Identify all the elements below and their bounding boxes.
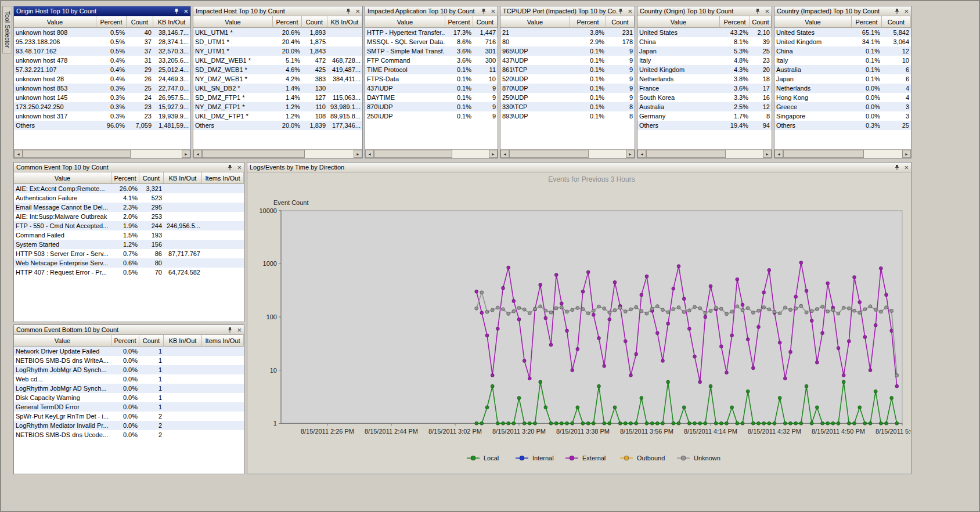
table-row[interactable]: Netherlands0.0%4: [774, 84, 911, 93]
table-row[interactable]: NY_UTM1 *20.0%1,843: [193, 46, 362, 56]
table-row[interactable]: Netherlands3.8%18: [637, 74, 772, 84]
table-row[interactable]: FTPS-Data0.1%10: [365, 74, 498, 84]
table-row[interactable]: China8.1%39: [637, 37, 772, 46]
pin-icon[interactable]: [894, 164, 900, 171]
table-row[interactable]: Others19.4%94: [637, 121, 772, 130]
table-row[interactable]: DAYTIME0.1%9: [365, 93, 498, 102]
column-header[interactable]: Count: [127, 16, 153, 28]
table-row[interactable]: Command Failed1.5%193: [14, 230, 244, 240]
scroll-thumb[interactable]: [374, 150, 452, 158]
column-header[interactable]: Value: [193, 16, 273, 28]
scroll-track[interactable]: [23, 150, 182, 158]
table-row[interactable]: SD_DMZ_FTP1 *1.4%127115,063...: [193, 93, 362, 102]
scroll-thumb[interactable]: [509, 150, 589, 158]
close-icon[interactable]: ×: [904, 8, 909, 15]
legend-item-internal[interactable]: Internal: [516, 455, 554, 461]
table-row[interactable]: HTTP 503 : Server Error - Serv...0.7%868…: [14, 249, 244, 258]
table-row[interactable]: United States65.1%5,842: [774, 28, 911, 37]
table-row[interactable]: FTP - 550 - Cmd Not Accepted...1.9%24424…: [14, 221, 244, 230]
table-row[interactable]: System Started1.2%156: [14, 240, 244, 249]
column-header[interactable]: Percent: [111, 172, 139, 184]
tool-selector-tab[interactable]: Tool Selector: [2, 6, 12, 53]
table-row[interactable]: United States43.2%2,10: [637, 28, 772, 37]
table-row[interactable]: 173.250.242.2500.3%2315,927.9...: [14, 102, 190, 111]
table-row[interactable]: NETBIOS SMB-DS dns WriteA...0.0%1: [14, 356, 244, 365]
table-row[interactable]: 861\TCP0.1%9: [500, 65, 635, 74]
table-row[interactable]: unknown host 280.4%2624,469.3...: [14, 74, 190, 84]
scroll-right-button[interactable]: ►: [626, 150, 635, 158]
table-row[interactable]: FTP Command3.6%300: [365, 56, 498, 65]
pin-icon[interactable]: [481, 8, 487, 15]
table-row[interactable]: 250\UDP0.1%9: [500, 93, 635, 102]
legend-item-unknown[interactable]: Unknown: [677, 455, 720, 461]
table-row[interactable]: SMTP - Simple Mail Transf...3.6%301: [365, 46, 498, 56]
table-row[interactable]: Authentication Failure4.1%523: [14, 193, 244, 203]
table-row[interactable]: 93.48.107.1620.5%3732,570.3...: [14, 46, 190, 56]
column-header[interactable]: Value: [774, 16, 852, 28]
table-row[interactable]: UKL_DMZ_FTP1 *1.2%10889,915.8...: [193, 111, 362, 121]
pin-icon[interactable]: [345, 8, 351, 15]
table-row[interactable]: unknown host 8080.5%4038,146.7...: [14, 28, 190, 37]
table-row[interactable]: AIE: Ext:Accnt Comp:Remote...26.0%3,321: [14, 184, 244, 193]
table-row[interactable]: Hong Kong0.0%4: [774, 93, 911, 102]
table-row[interactable]: NY_DMZ_WEB1 *4.2%383384,411...: [193, 74, 362, 84]
table-row[interactable]: Italy0.1%10: [774, 56, 911, 65]
panel-titlebar[interactable]: Country (Origin) Top 10 by Count ×: [637, 6, 772, 16]
table-row[interactable]: unknown host 3170.3%2319,939.9...: [14, 111, 190, 121]
table-row[interactable]: 95.233.188.2060.5%3728,374.1...: [14, 37, 190, 46]
table-row[interactable]: NETBIOS SMB-DS dns Ucode...0.0%2: [14, 430, 244, 439]
column-header[interactable]: Count: [606, 16, 635, 28]
table-row[interactable]: HTTP 407 : Request Error - Pr...0.5%7064…: [14, 268, 244, 277]
panel-titlebar[interactable]: Origin Host Top 10 by Count ×: [14, 6, 190, 16]
table-row[interactable]: HTTP - Hypertext Transfer...17.3%1,447: [365, 28, 498, 37]
table-row[interactable]: Singapore0.0%3: [774, 111, 911, 121]
table-row[interactable]: TIME Protocol0.1%11: [365, 65, 498, 74]
column-header[interactable]: KB In/Out: [153, 16, 190, 28]
table-row[interactable]: MSSQL - SQL Server Data...8.6%716: [365, 37, 498, 46]
horizontal-scrollbar[interactable]: ◄ ►: [637, 149, 772, 158]
table-row[interactable]: Australia2.5%12: [637, 102, 772, 111]
horizontal-scrollbar[interactable]: ◄ ►: [193, 149, 362, 158]
column-header[interactable]: Count: [750, 16, 772, 28]
panel-titlebar[interactable]: Impacted Host Top 10 by Count ×: [193, 6, 362, 16]
panel-titlebar[interactable]: Impacted Application Top 10 by Count ×: [365, 6, 498, 16]
table-row[interactable]: Others20.0%1,839177,346...: [193, 121, 362, 130]
table-row[interactable]: Australia0.1%6: [774, 65, 911, 74]
table-row[interactable]: China0.1%12: [774, 46, 911, 56]
close-icon[interactable]: ×: [628, 8, 632, 15]
column-header[interactable]: KB In/Out: [164, 335, 202, 347]
pin-icon[interactable]: [174, 8, 179, 15]
column-header[interactable]: Items In/Out: [202, 335, 244, 347]
column-header[interactable]: KB In/Out: [327, 16, 362, 28]
close-icon[interactable]: ×: [183, 8, 188, 15]
column-header[interactable]: Value: [14, 335, 111, 347]
pin-icon[interactable]: [755, 8, 761, 15]
column-header[interactable]: Percent: [96, 16, 127, 28]
column-header[interactable]: KB In/Out: [164, 172, 202, 184]
table-row[interactable]: Greece0.0%3: [774, 102, 911, 111]
legend-item-local[interactable]: Local: [467, 455, 499, 461]
scroll-right-button[interactable]: ►: [489, 150, 498, 158]
table-row[interactable]: 870\UDP0.1%9: [500, 84, 635, 93]
close-icon[interactable]: ×: [237, 164, 242, 171]
scroll-track[interactable]: [202, 150, 354, 158]
scroll-thumb[interactable]: [646, 150, 726, 158]
table-row[interactable]: Others96.0%7,0591,481,59...: [14, 121, 190, 130]
scroll-thumb[interactable]: [202, 150, 305, 158]
table-row[interactable]: UKL_SN_DB2 *1.4%130: [193, 84, 362, 93]
scroll-right-button[interactable]: ►: [763, 150, 772, 158]
table-row[interactable]: Japan0.1%6: [774, 74, 911, 84]
events-chart[interactable]: Events for Previous 3 HoursEvent Count11…: [247, 172, 911, 474]
column-header[interactable]: Percent: [445, 16, 473, 28]
scroll-track[interactable]: [509, 150, 626, 158]
table-row[interactable]: Others0.3%25: [774, 121, 911, 130]
table-row[interactable]: Germany1.7%8: [637, 111, 772, 121]
table-row[interactable]: 57.32.221.1070.4%2925,012.4...: [14, 65, 190, 74]
table-row[interactable]: unknown host 1450.3%2426,957.5...: [14, 93, 190, 102]
pin-icon[interactable]: [227, 327, 233, 333]
legend-item-external[interactable]: External: [565, 455, 606, 461]
table-row[interactable]: France3.6%17: [637, 84, 772, 93]
table-row[interactable]: United Kingdom34.1%3,064: [774, 37, 911, 46]
panel-titlebar[interactable]: Common Event Top 10 by Count ×: [14, 163, 244, 172]
scroll-right-button[interactable]: ►: [354, 150, 362, 158]
